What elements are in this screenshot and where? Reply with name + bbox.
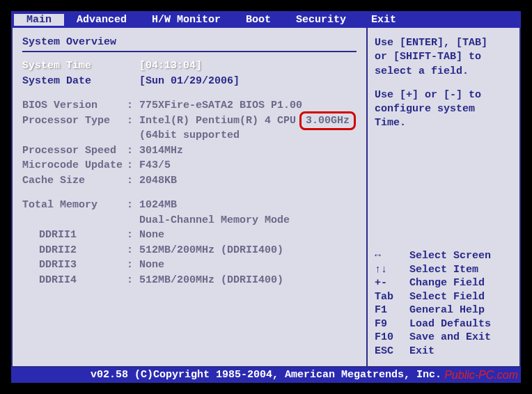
system-time-label: System Time <box>22 59 127 73</box>
bios-screen: Main Advanced H/W Monitor Boot Security … <box>11 11 521 383</box>
key-load-defaults: F9Load Defaults <box>375 317 513 331</box>
field-ddrii4: DDRII4 : 512MB/200MHz (DDRII400) <box>22 274 357 287</box>
help-keys: ↔Select Screen ↑↓Select Item +-Change Fi… <box>375 249 513 358</box>
help-text: Use [ENTER], [TAB] or [SHIFT-TAB] to sel… <box>375 36 513 131</box>
help-panel: Use [ENTER], [TAB] or [SHIFT-TAB] to sel… <box>368 28 519 366</box>
field-bios-version: BIOS Version : 775XFire-eSATA2 BIOS P1.0… <box>22 99 357 113</box>
key-general-help: F1General Help <box>375 304 513 317</box>
field-processor-type: Processor Type : Intel(R) Pentium(R) 4 C… <box>22 114 357 128</box>
key-save-exit: F10Save and Exit <box>375 331 513 345</box>
system-time-value: [04:13:04] <box>139 59 357 73</box>
field-cache-size: Cache Size : 2048KB <box>22 174 357 188</box>
field-ddrii3: DDRII3 : None <box>22 258 357 272</box>
field-ddrii2: DDRII2 : 512MB/200MHz (DDRII400) <box>22 244 357 258</box>
menubar: Main Advanced H/W Monitor Boot Security … <box>11 11 521 28</box>
cpu-speed-highlight: 3.00GHz <box>299 111 356 131</box>
system-date-value: [Sun 01/29/2006] <box>139 74 357 88</box>
tab-hw-monitor[interactable]: H/W Monitor <box>139 14 233 26</box>
tab-main[interactable]: Main <box>14 14 64 26</box>
system-date-label: System Date <box>22 74 127 88</box>
tab-advanced[interactable]: Advanced <box>64 14 139 26</box>
key-select-item: ↑↓Select Item <box>375 263 513 277</box>
main-panel: System Overview System Time [04:13:04] S… <box>13 28 368 366</box>
watermark: Public-PC.com <box>444 369 518 381</box>
divider <box>22 51 357 52</box>
field-processor-type-sub: (64bit supported <box>22 129 357 143</box>
tab-boot[interactable]: Boot <box>233 14 283 26</box>
key-select-field: TabSelect Field <box>375 290 513 304</box>
key-exit: ESCExit <box>375 345 513 358</box>
field-system-date[interactable]: System Date [Sun 01/29/2006] <box>22 74 357 88</box>
field-memory-mode: Dual-Channel Memory Mode <box>22 214 357 228</box>
content-area: System Overview System Time [04:13:04] S… <box>11 28 521 368</box>
key-select-screen: ↔Select Screen <box>375 249 513 263</box>
field-microcode-update: Microcode Update : F43/5 <box>22 159 357 173</box>
page-title: System Overview <box>22 36 357 48</box>
field-ddrii1: DDRII1 : None <box>22 228 357 242</box>
key-change-field: +-Change Field <box>375 276 513 290</box>
tab-exit[interactable]: Exit <box>359 14 409 26</box>
field-system-time[interactable]: System Time [04:13:04] <box>22 59 357 73</box>
field-total-memory: Total Memory : 1024MB <box>22 198 357 212</box>
tab-security[interactable]: Security <box>283 14 359 26</box>
field-processor-speed: Processor Speed : 3014MHz <box>22 144 357 158</box>
